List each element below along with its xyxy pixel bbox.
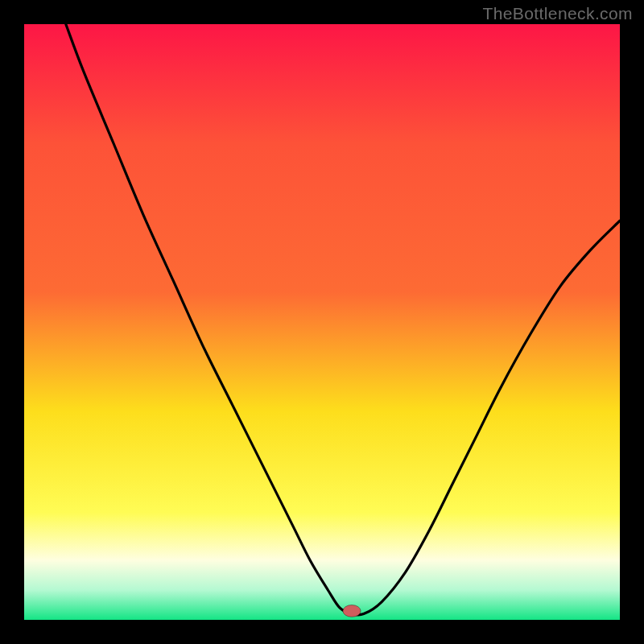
gradient-background [24,24,620,620]
plot-svg [24,24,620,620]
plot-area [24,24,620,620]
watermark-text: TheBottleneck.com [482,4,633,23]
optimum-marker [343,605,361,617]
chart-frame: TheBottleneck.com [0,0,644,644]
